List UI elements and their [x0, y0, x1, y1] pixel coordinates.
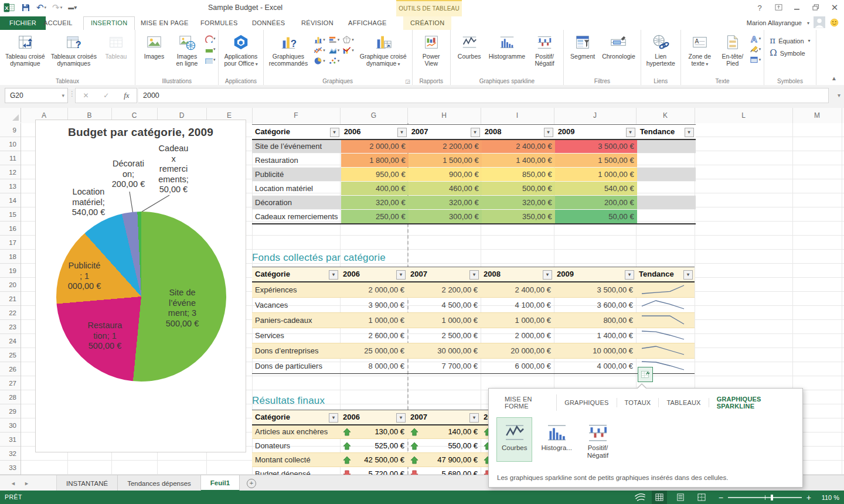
ribbon-button-scatter-chart[interactable]: ▾ — [328, 56, 340, 65]
tab-formules[interactable]: FORMULES — [193, 16, 245, 30]
filter-button[interactable]: ▾ — [330, 128, 339, 137]
value-cell[interactable]: 30 000,00 € — [407, 343, 481, 358]
table-column-header[interactable]: Catégorie▾ — [252, 267, 340, 282]
value-cell[interactable]: 3 500,00 € — [554, 282, 636, 298]
value-cell[interactable]: 42 500,00 € — [340, 453, 407, 467]
ribbon-button-smartart[interactable]: ▾ — [204, 45, 216, 53]
value-cell[interactable]: 2 600,00 € — [340, 328, 407, 343]
tab-mise-en-page[interactable]: MISE EN PAGE — [134, 16, 196, 30]
value-cell[interactable]: 320,00 € — [482, 196, 555, 210]
close-button[interactable]: ✕ — [830, 2, 839, 13]
ribbon-button-positif-négatif[interactable]: Positif/ Négatif — [529, 32, 560, 69]
value-cell[interactable]: 130,00 € — [340, 425, 407, 439]
row-header-14[interactable]: 14 — [0, 193, 21, 207]
qa-tab-graphiques[interactable]: GRAPHIQUES — [557, 398, 617, 407]
row-header-12[interactable]: 12 — [0, 165, 21, 179]
value-cell[interactable]: 1 500,00 € — [409, 154, 482, 168]
filter-button[interactable]: ▾ — [685, 128, 694, 137]
avatar[interactable] — [814, 16, 825, 29]
trend-cell[interactable] — [637, 154, 696, 168]
ribbon-button-chronologie[interactable]: Chronologie — [600, 32, 638, 62]
tab-affichage[interactable]: AFFICHAGE — [341, 16, 394, 30]
table-column-header[interactable]: 2008▾ — [481, 267, 554, 282]
category-cell[interactable]: Montant collecté — [252, 453, 340, 467]
ribbon-button-signature-line[interactable]: ▾ — [750, 45, 761, 53]
row-header-16[interactable]: 16 — [0, 222, 21, 236]
restore-button[interactable] — [811, 4, 821, 12]
value-cell[interactable]: 900,00 € — [409, 168, 482, 182]
sheet-tab-tendances-depenses[interactable]: Tendances dépenses — [118, 475, 201, 491]
value-cell[interactable]: 1 400,00 € — [554, 328, 636, 343]
row-header-26[interactable]: 26 — [0, 362, 21, 376]
category-cell[interactable]: Restauration — [252, 154, 341, 168]
value-cell[interactable]: 2 000,00 € — [341, 139, 409, 154]
value-cell[interactable]: 540,00 € — [555, 182, 637, 196]
ribbon-button-object[interactable]: ▾ — [750, 55, 761, 64]
name-box-caret-icon[interactable]: ▾ — [62, 88, 64, 103]
category-cell[interactable]: Dons d’entreprises — [252, 343, 340, 358]
value-cell[interactable]: 47 900,00 € — [407, 453, 481, 467]
cancel-entry-icon[interactable]: ✕ — [83, 91, 89, 100]
value-cell[interactable]: 8 000,00 € — [340, 358, 407, 373]
table-column-header[interactable]: 2007▾ — [409, 125, 482, 139]
row-header-11[interactable]: 11 — [0, 151, 21, 165]
value-cell[interactable]: 460,00 € — [409, 182, 482, 196]
ribbon-button-bar-chart[interactable]: ▾ — [328, 35, 340, 44]
row-header-23[interactable]: 23 — [0, 320, 21, 334]
value-cell[interactable]: 3 500,00 € — [555, 139, 637, 154]
row-header-31[interactable]: 31 — [0, 433, 21, 447]
value-cell[interactable]: 300,00 € — [409, 210, 482, 224]
expand-formula-bar-icon[interactable]: ▾ — [838, 92, 840, 98]
undo-button[interactable]: ↶▾ — [36, 2, 46, 13]
value-cell[interactable]: 550,00 € — [407, 439, 481, 453]
table-column-header[interactable]: 2009▾ — [555, 125, 637, 139]
column-header-H[interactable]: H — [407, 108, 481, 123]
qa-tab-totaux[interactable]: TOTAUX — [617, 398, 659, 407]
qa-option-positif-négatif[interactable]: Positif/ Négatif — [581, 418, 614, 461]
ribbon-button-column-chart[interactable]: ▾ — [314, 35, 325, 44]
user-name[interactable]: Marion Allayrangue — [747, 19, 802, 26]
sparkline-cell[interactable] — [636, 343, 695, 358]
excel-logo-icon[interactable]: X — [4, 2, 15, 13]
category-cell[interactable]: Paniers-cadeaux — [252, 312, 340, 328]
table-column-header[interactable]: 2008▾ — [482, 125, 555, 139]
filter-button[interactable]: ▾ — [626, 128, 635, 137]
category-cell[interactable]: Site de l’événement — [252, 139, 341, 154]
help-button[interactable]: ? — [755, 4, 764, 12]
value-cell[interactable]: 1 000,00 € — [407, 312, 481, 328]
category-cell[interactable]: Dons de particuliers — [252, 358, 340, 373]
table-column-header[interactable]: Tendance▾ — [636, 267, 695, 282]
category-cell[interactable]: Publicité — [252, 168, 341, 182]
table-column-header[interactable]: 2006▾ — [340, 410, 407, 425]
row-header-28[interactable]: 28 — [0, 390, 21, 404]
table-column-header[interactable]: 2006▾ — [341, 125, 409, 139]
qa-tab-mise-en-forme[interactable]: MISE EN FORME — [497, 394, 557, 411]
value-cell[interactable]: 10 000,00 € — [554, 343, 636, 358]
select-all-button[interactable] — [0, 108, 21, 122]
ribbon-button-tableaux-croisés-dynamiques[interactable]: ?Tableaux croisés dynamiques — [49, 32, 99, 69]
filter-button[interactable]: ▾ — [469, 270, 479, 280]
ribbon-button-graphiques-recommandés[interactable]: ?Graphiques recommandés — [267, 32, 311, 69]
zoom-in-button[interactable]: + — [806, 493, 811, 502]
column-header-J[interactable]: J — [554, 108, 637, 123]
view-page-layout-button[interactable] — [673, 491, 688, 504]
value-cell[interactable]: 850,00 € — [482, 168, 555, 182]
table-column-header[interactable]: 2007▾ — [407, 410, 481, 425]
value-cell[interactable]: 3 600,00 € — [554, 297, 636, 312]
qa-option-histogra[interactable]: Histogra... — [536, 418, 576, 461]
value-cell[interactable]: 4 100,00 € — [481, 297, 554, 312]
row-header-32[interactable]: 32 — [0, 447, 21, 461]
qa-option-courbes[interactable]: Courbes — [497, 418, 532, 461]
value-cell[interactable]: 800,00 € — [554, 312, 636, 328]
table-column-header[interactable]: Catégorie▾ — [252, 125, 341, 139]
category-cell[interactable]: Décoration — [252, 196, 341, 210]
name-box[interactable]: G20▾ — [5, 88, 68, 103]
ribbon-button-shapes[interactable]: ▾ — [204, 34, 216, 43]
row-header-21[interactable]: 21 — [0, 292, 21, 306]
sparkline-cell[interactable] — [636, 297, 695, 312]
quick-analysis-button[interactable] — [638, 367, 653, 382]
prev-sheet-icon[interactable]: ◄ — [11, 481, 16, 486]
ribbon-button-combo-chart[interactable]: ▾ — [342, 46, 354, 55]
filter-button[interactable]: ▾ — [625, 270, 634, 280]
table-column-header[interactable]: 2006▾ — [340, 267, 407, 282]
